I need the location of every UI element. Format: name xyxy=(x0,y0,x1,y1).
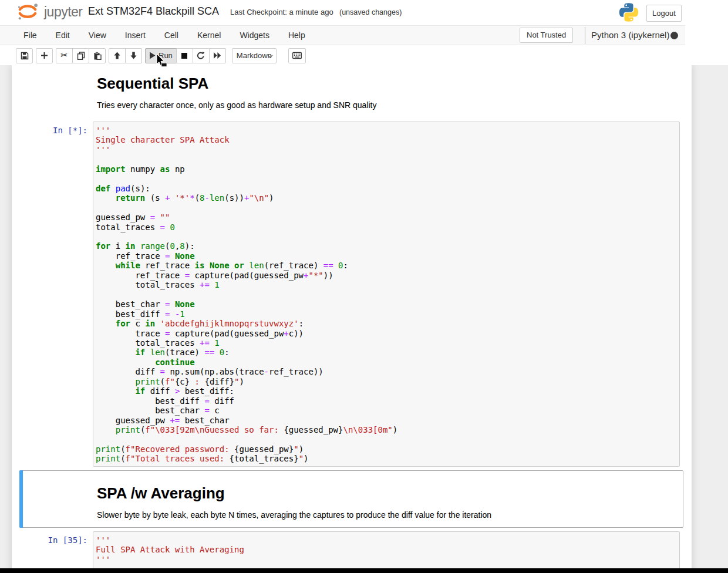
menu-item-view[interactable]: View xyxy=(79,26,116,45)
notebook-container: Sequential SPATries every character once… xyxy=(12,65,692,568)
copy-icon xyxy=(77,52,85,60)
logout-button[interactable]: Logout xyxy=(646,5,682,22)
insert-cell-below-button[interactable] xyxy=(36,48,53,63)
screen-bottom-bar xyxy=(0,568,728,573)
move-cell-down-button[interactable] xyxy=(125,48,142,63)
copy-cell-button[interactable] xyxy=(72,48,89,63)
markdown-rendered[interactable]: SPA /w AveragingSlower byte by byte leak… xyxy=(93,474,680,524)
interrupt-icon xyxy=(181,52,188,59)
code-editor[interactable]: '''Full SPA Attack with Averaging''' imp… xyxy=(93,531,680,568)
markdown-paragraph: Tries every character once, only as good… xyxy=(97,100,676,110)
cell-type-select[interactable]: Markdown xyxy=(232,48,277,63)
markdown-heading: Sequential SPA xyxy=(97,75,676,93)
run-button-label: Run xyxy=(159,51,173,60)
menu-item-widgets[interactable]: Widgets xyxy=(230,26,279,45)
autosave-status: (unsaved changes) xyxy=(339,8,402,16)
add-cell-icon xyxy=(41,52,48,59)
cut-cell-button[interactable]: ✂ xyxy=(56,48,73,63)
kernel-name: Python 3 (ipykernel) xyxy=(591,30,669,40)
menu-item-kernel[interactable]: Kernel xyxy=(188,26,230,45)
markdown-rendered[interactable]: Sequential SPATries every character once… xyxy=(93,70,680,114)
kernel-separator xyxy=(585,27,585,44)
code-cell[interactable]: In [*]:'''Single character SPA Attack'''… xyxy=(19,118,683,470)
python-logo-icon xyxy=(618,2,639,25)
jupyter-logo-icon xyxy=(15,2,40,21)
move-up-icon xyxy=(113,52,121,59)
cut-icon: ✂ xyxy=(60,50,68,60)
menubar: FileEditViewInsertCellKernelWidgetsHelp … xyxy=(0,25,685,45)
notebook-title[interactable]: Ext STM32F4 Blackpill SCA xyxy=(88,5,219,18)
markdown-cell[interactable]: SPA /w AveragingSlower byte by byte leak… xyxy=(19,470,683,528)
restart-run-all-button[interactable] xyxy=(209,48,226,63)
toolbar: ✂ xyxy=(0,46,728,65)
markdown-cell[interactable]: Sequential SPATries every character once… xyxy=(19,66,683,118)
jupyter-logo-text: jupyter xyxy=(44,4,83,20)
move-cell-up-button[interactable] xyxy=(109,48,126,63)
notebook-scroll-area[interactable]: Sequential SPATries every character once… xyxy=(0,65,728,568)
run-button[interactable]: Run xyxy=(145,48,177,63)
command-palette-button[interactable] xyxy=(288,48,306,63)
command-palette-icon xyxy=(292,52,302,59)
checkpoint-status: Last Checkpoint: a minute ago xyxy=(230,8,333,16)
cell-list: Sequential SPATries every character once… xyxy=(19,66,683,568)
code-editor[interactable]: '''Single character SPA Attack''' import… xyxy=(93,122,680,467)
restart-kernel-icon xyxy=(197,52,205,60)
restart-run-all-icon xyxy=(213,52,221,59)
menu-item-cell[interactable]: Cell xyxy=(155,26,188,45)
input-prompt: In [35]: xyxy=(23,531,93,545)
notebook-header: jupyter Ext STM32F4 Blackpill SCA Last C… xyxy=(0,0,728,25)
input-prompt xyxy=(23,474,93,478)
menu-list: FileEditViewInsertCellKernelWidgetsHelp xyxy=(0,26,685,45)
menu-item-edit[interactable]: Edit xyxy=(46,26,79,45)
save-button[interactable] xyxy=(16,48,33,63)
menu-item-help[interactable]: Help xyxy=(279,26,315,45)
input-prompt: In [*]: xyxy=(23,122,93,135)
cell-type-value: Markdown xyxy=(237,51,272,60)
markdown-paragraph: Slower byte by byte leak, each byte N ti… xyxy=(97,510,676,520)
paste-cell-button[interactable] xyxy=(89,48,106,63)
menu-item-file[interactable]: File xyxy=(14,26,46,45)
input-prompt xyxy=(23,70,93,74)
chevron-down-icon xyxy=(267,55,273,58)
save-icon xyxy=(21,52,29,60)
not-trusted-button[interactable]: Not Trusted xyxy=(520,28,573,43)
interrupt-kernel-button[interactable] xyxy=(176,48,193,63)
kernel-busy-indicator-icon xyxy=(670,32,678,39)
menu-item-insert[interactable]: Insert xyxy=(116,26,155,45)
markdown-heading: SPA /w Averaging xyxy=(97,484,676,503)
code-cell[interactable]: In [35]:'''Full SPA Attack with Averagin… xyxy=(19,528,683,568)
move-down-icon xyxy=(130,52,137,59)
paste-icon xyxy=(93,52,102,60)
jupyter-logo[interactable]: jupyter xyxy=(15,2,83,21)
run-icon xyxy=(149,52,156,59)
restart-kernel-button[interactable] xyxy=(193,48,210,63)
